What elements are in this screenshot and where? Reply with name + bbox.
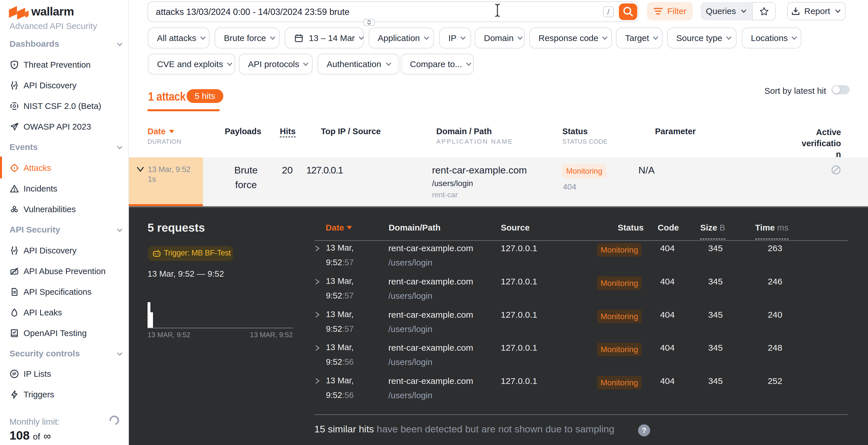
svg-text:IP: IP	[12, 372, 16, 376]
